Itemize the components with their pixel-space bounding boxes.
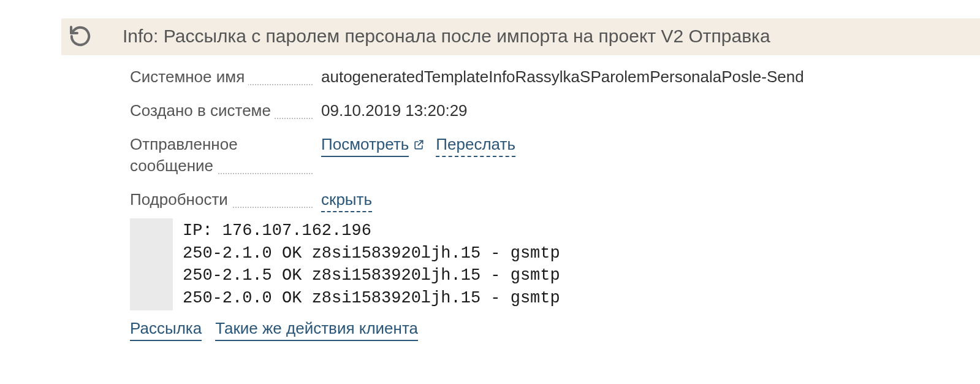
code-gutter (130, 218, 173, 310)
restore-icon[interactable] (67, 23, 93, 49)
smtp-log: IP: 176.107.162.196 250-2.1.0 OK z8si158… (130, 218, 968, 310)
mailing-link[interactable]: Рассылка (130, 318, 202, 341)
forward-message-link[interactable]: Переслать (436, 134, 515, 157)
event-card: Info: Рассылка с паролем персонала после… (61, 18, 980, 350)
footer-links: Рассылка Такие же действия клиента (130, 318, 968, 341)
label-created: Создано в системе (130, 100, 313, 121)
code-text: IP: 176.107.162.196 250-2.1.0 OK z8si158… (173, 218, 560, 310)
label-system-name: Системное имя (130, 66, 313, 88)
label-sent-message: Отправленное сообщение (130, 134, 313, 177)
value-system-name: autogeneratedTemplateInfoRassylkaSParole… (313, 66, 804, 88)
row-details: Подробности скрыть (130, 189, 968, 212)
card-title: Info: Рассылка с паролем персонала после… (123, 24, 770, 49)
svg-line-0 (419, 141, 424, 146)
view-message-link[interactable]: Посмотреть (321, 134, 409, 157)
row-system-name: Системное имя autogeneratedTemplateInfoR… (130, 66, 968, 88)
row-sent-message: Отправленное сообщение Посмотреть Пересл… (130, 134, 968, 177)
same-client-actions-link[interactable]: Такие же действия клиента (215, 318, 418, 341)
row-created: Создано в системе 09.10.2019 13:20:29 (130, 100, 968, 121)
external-link-icon (412, 137, 425, 150)
card-body: Системное имя autogeneratedTemplateInfoR… (61, 55, 980, 350)
value-created: 09.10.2019 13:20:29 (313, 100, 468, 121)
value-details: скрыть (313, 189, 372, 212)
toggle-details-link[interactable]: скрыть (321, 189, 372, 212)
value-sent-message: Посмотреть Переслать (313, 134, 515, 157)
label-details: Подробности (130, 189, 313, 210)
card-header: Info: Рассылка с паролем персонала после… (61, 18, 980, 55)
